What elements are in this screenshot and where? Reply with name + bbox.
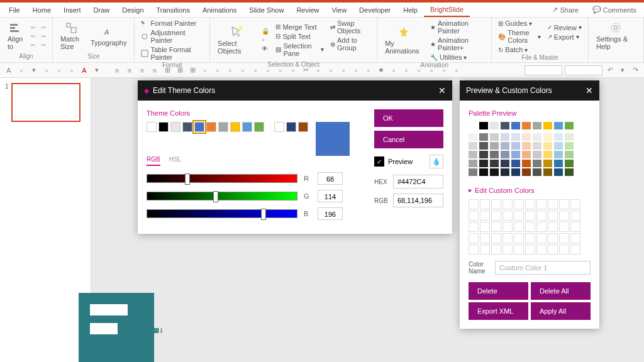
- palette-cell[interactable]: [543, 168, 552, 176]
- theme-swatch[interactable]: [218, 122, 228, 132]
- settings-help-button[interactable]: Settings & Help: [594, 20, 638, 52]
- custom-color-cell[interactable]: [548, 222, 558, 232]
- palette-cell[interactable]: [511, 133, 520, 141]
- palette-cell[interactable]: [479, 142, 488, 150]
- custom-color-cell[interactable]: [559, 211, 569, 221]
- theme-colors-button[interactable]: 🎨 Theme Colors ▾: [497, 28, 542, 45]
- palette-cell[interactable]: [533, 122, 541, 129]
- align-opt[interactable]: ▫▫: [30, 32, 36, 40]
- custom-color-cell[interactable]: [480, 233, 490, 243]
- palette-cell[interactable]: [501, 133, 509, 141]
- adjustment-painter-button[interactable]: Adjustment Painter: [140, 28, 204, 45]
- palette-cell[interactable]: [565, 142, 574, 150]
- my-animations-button[interactable]: My Animations: [382, 25, 425, 56]
- custom-color-cell[interactable]: [525, 233, 535, 243]
- theme-swatch[interactable]: [274, 122, 284, 132]
- qat-item[interactable]: A: [4, 65, 14, 75]
- palette-cell[interactable]: [511, 151, 520, 158]
- tab-design[interactable]: Design: [116, 4, 150, 16]
- custom-color-cell[interactable]: [536, 199, 547, 209]
- palette-cell[interactable]: [490, 142, 499, 150]
- custom-color-cell[interactable]: [559, 199, 569, 209]
- palette-cell[interactable]: [533, 151, 541, 158]
- custom-color-cell[interactable]: [514, 222, 524, 232]
- custom-color-cell[interactable]: [559, 244, 569, 255]
- theme-swatch[interactable]: [254, 122, 264, 132]
- hsl-tab[interactable]: HSL: [169, 156, 181, 166]
- hex-input[interactable]: [393, 175, 443, 189]
- palette-cell[interactable]: [543, 122, 552, 129]
- split-text-button[interactable]: ⊟ Split Text: [274, 32, 325, 41]
- format-painter-button[interactable]: Format Painter: [140, 19, 204, 28]
- palette-cell[interactable]: [501, 151, 509, 158]
- palette-cell[interactable]: [533, 133, 541, 141]
- palette-cell[interactable]: [501, 122, 509, 129]
- selection-pane-button[interactable]: ▤ Selection Pane ▾: [274, 41, 325, 58]
- tab-brightslide[interactable]: BrightSlide: [424, 3, 470, 17]
- theme-swatch[interactable]: [147, 122, 157, 132]
- match-size-button[interactable]: Match Size: [58, 20, 84, 52]
- palette-cell[interactable]: [469, 168, 477, 176]
- tab-developer[interactable]: Developer: [353, 4, 397, 16]
- custom-color-cell[interactable]: [559, 222, 569, 232]
- slide-thumb-1[interactable]: 1: [11, 83, 86, 122]
- palette-cell[interactable]: [479, 122, 488, 129]
- custom-color-cell[interactable]: [570, 233, 580, 243]
- typography-button[interactable]: ATypography: [88, 24, 129, 48]
- align-opt[interactable]: ▫▫: [30, 23, 36, 31]
- custom-color-cell[interactable]: [570, 199, 580, 209]
- palette-cell[interactable]: [565, 151, 574, 158]
- custom-color-cell[interactable]: [502, 211, 513, 221]
- palette-cell[interactable]: [554, 142, 563, 150]
- ok-button[interactable]: OK: [374, 109, 443, 127]
- custom-color-cell[interactable]: [514, 211, 524, 221]
- palette-cell[interactable]: [554, 133, 563, 141]
- custom-color-cell[interactable]: [525, 222, 535, 232]
- palette-cell[interactable]: [565, 168, 574, 176]
- custom-color-cell[interactable]: [514, 244, 524, 255]
- align-to-button[interactable]: Align to: [5, 20, 26, 52]
- palette-cell[interactable]: [469, 142, 477, 150]
- palette-cell[interactable]: [522, 160, 531, 167]
- palette-cell[interactable]: [469, 151, 477, 158]
- custom-color-cell[interactable]: [536, 222, 547, 232]
- export-xml-button[interactable]: Export XML: [469, 302, 528, 320]
- palette-cell[interactable]: [533, 142, 541, 150]
- palette-cell[interactable]: [554, 151, 563, 158]
- custom-color-cell[interactable]: [559, 233, 569, 243]
- palette-cell[interactable]: [511, 122, 520, 129]
- palette-cell[interactable]: [522, 133, 531, 141]
- tab-insert[interactable]: Insert: [57, 4, 87, 16]
- eyedropper-button[interactable]: 💧: [430, 155, 443, 168]
- comments-button[interactable]: 💬 Comments: [587, 4, 641, 16]
- palette-cell[interactable]: [490, 122, 499, 129]
- theme-swatch[interactable]: [230, 122, 240, 132]
- tab-transitions[interactable]: Transitions: [150, 4, 196, 16]
- tab-help[interactable]: Help: [397, 4, 424, 16]
- custom-color-cell[interactable]: [491, 244, 501, 255]
- custom-color-cell[interactable]: [502, 199, 513, 209]
- palette-cell[interactable]: [543, 142, 552, 150]
- palette-cell[interactable]: [543, 160, 552, 167]
- custom-color-cell[interactable]: [548, 233, 558, 243]
- swap-objects-button[interactable]: ⇄ Swap Objects: [329, 19, 372, 35]
- palette-cell[interactable]: [554, 160, 563, 167]
- theme-swatch[interactable]: [158, 122, 169, 132]
- custom-color-cell[interactable]: [536, 211, 547, 221]
- custom-color-cell[interactable]: [548, 199, 558, 209]
- theme-swatch[interactable]: [286, 122, 296, 132]
- theme-swatch[interactable]: [170, 122, 180, 132]
- palette-cell[interactable]: [522, 151, 531, 158]
- custom-color-cell[interactable]: [491, 233, 501, 243]
- close-button[interactable]: ✕: [586, 85, 593, 96]
- share-button[interactable]: ↗ Share: [547, 4, 583, 16]
- palette-cell[interactable]: [533, 160, 541, 167]
- custom-color-cell[interactable]: [570, 244, 580, 255]
- palette-cell[interactable]: [554, 168, 563, 176]
- tab-review[interactable]: Review: [290, 4, 325, 16]
- custom-color-cell[interactable]: [502, 222, 513, 232]
- custom-color-cell[interactable]: [491, 199, 501, 209]
- tab-animations[interactable]: Animations: [196, 4, 243, 16]
- custom-color-cell[interactable]: [491, 211, 501, 221]
- palette-cell[interactable]: [543, 151, 552, 158]
